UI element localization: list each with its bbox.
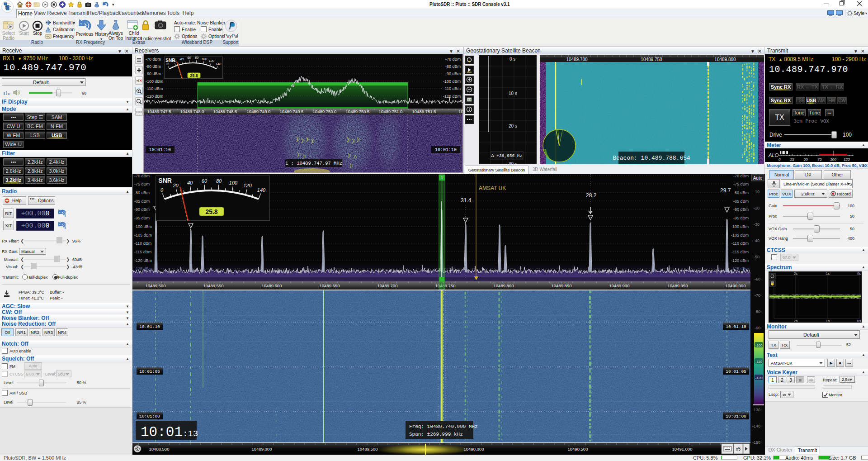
svg-text:40: 40	[180, 57, 184, 61]
svg-text:x5: x5	[736, 447, 741, 451]
svg-text:-90 dBm: -90 dBm	[733, 207, 749, 212]
svg-text:140: 140	[257, 187, 266, 193]
svg-text:25.8: 25.8	[190, 73, 198, 78]
svg-text:10489.700: 10489.700	[377, 283, 398, 288]
svg-text:10489.950: 10489.950	[668, 283, 688, 288]
svg-text:10:01:10: 10:01:10	[149, 147, 171, 152]
svg-text:2s: 2s	[794, 319, 797, 323]
svg-text:-75 dBm: -75 dBm	[733, 182, 749, 186]
svg-text:-110 dBm: -110 dBm	[731, 241, 749, 246]
svg-text:10:01:00: 10:01:00	[726, 414, 746, 419]
svg-text:-70 dBm: -70 dBm	[134, 174, 150, 178]
svg-text:-105 dBm: -105 dBm	[731, 233, 749, 238]
svg-text:-110 dBm: -110 dBm	[146, 86, 163, 91]
svg-text:-110 dBm: -110 dBm	[134, 241, 151, 246]
svg-text:10489.800: 10489.800	[714, 57, 736, 62]
svg-text:10489.748.0: 10489.748.0	[180, 109, 204, 114]
svg-text:-90 dBm: -90 dBm	[146, 71, 161, 76]
svg-text:-120 dBm: -120 dBm	[731, 258, 749, 263]
svg-text:Span: ±269.999 kHz: Span: ±269.999 kHz	[409, 432, 463, 437]
svg-text:40: 40	[187, 180, 193, 185]
svg-text:10:01:00: 10:01:00	[139, 414, 160, 419]
svg-text:-80: -80	[755, 309, 760, 314]
svg-text:10489.751.0: 10489.751.0	[379, 109, 403, 114]
svg-text:-10: -10	[754, 190, 760, 194]
svg-text:-120 dBm: -120 dBm	[443, 94, 461, 99]
svg-text:10490.000: 10490.000	[464, 447, 484, 451]
svg-text:0 s: 0 s	[509, 57, 515, 62]
svg-text:Beacon: 10.489.788.654: Beacon: 10.489.788.654	[613, 155, 690, 162]
svg-text:25.8: 25.8	[205, 208, 217, 215]
svg-text:-100 dBm: -100 dBm	[443, 79, 461, 84]
svg-text:-70 dBm: -70 dBm	[733, 174, 749, 178]
svg-text:-100 dBm: -100 dBm	[134, 224, 152, 229]
svg-text:100: 100	[830, 157, 836, 162]
svg-text:-100: -100	[755, 343, 763, 347]
svg-text:-80 dBm: -80 dBm	[445, 64, 461, 69]
svg-text:60: 60	[202, 178, 208, 184]
svg-text:-120 dBm: -120 dBm	[146, 94, 163, 99]
svg-text:-95 dBm: -95 dBm	[134, 216, 150, 220]
svg-text:-110: -110	[755, 360, 763, 364]
svg-text:10489.75: 10489.75	[458, 109, 462, 114]
svg-text:10489.500: 10489.500	[146, 283, 166, 288]
svg-text:-80 dBm: -80 dBm	[733, 190, 749, 195]
svg-text:10:01:10: 10:01:10	[726, 324, 746, 329]
svg-text:-125 dBm: -125 dBm	[731, 266, 749, 271]
svg-text:-20: -20	[754, 206, 760, 210]
svg-text:0s: 0s	[857, 271, 861, 276]
svg-text:10490.000: 10490.000	[726, 283, 746, 288]
svg-text:75: 75	[818, 157, 822, 162]
svg-text:Auto: Auto	[753, 176, 763, 181]
svg-text:30 s: 30 s	[509, 162, 517, 164]
svg-text:1: 1	[441, 176, 443, 180]
svg-text:10489.750: 10489.750	[435, 283, 456, 288]
svg-text:80: 80	[195, 57, 199, 60]
svg-text:-95 dBm: -95 dBm	[733, 216, 749, 220]
svg-text:AMSAT UK: AMSAT UK	[479, 185, 506, 191]
svg-text:10489.000: 10489.000	[252, 447, 272, 451]
svg-text:10489.747.5: 10489.747.5	[147, 109, 171, 114]
svg-text:10490.500: 10490.500	[568, 447, 588, 451]
svg-text:10489.700: 10489.700	[566, 57, 588, 62]
svg-text:10489.750.0: 10489.750.0	[313, 109, 337, 114]
svg-text:10489.900: 10489.900	[609, 283, 630, 288]
svg-text:0: 0	[160, 187, 164, 193]
svg-text:2s: 2s	[794, 271, 797, 276]
svg-text:10489.650: 10489.650	[320, 283, 340, 288]
svg-text:ALC: ALC	[768, 152, 778, 158]
svg-text:-120: -120	[755, 376, 763, 380]
svg-text:-140: -140	[752, 424, 760, 428]
svg-text:10 s: 10 s	[509, 91, 517, 96]
svg-text:10489.600: 10489.600	[262, 283, 282, 288]
svg-text:-30: -30	[754, 222, 760, 227]
svg-text:29.7: 29.7	[720, 187, 731, 194]
svg-text:-90: -90	[755, 326, 760, 330]
svg-text:10489.751.5: 10489.751.5	[412, 109, 436, 114]
svg-text:10489.749.0: 10489.749.0	[247, 109, 271, 114]
svg-text:100: 100	[201, 57, 207, 61]
svg-text:1s: 1s	[826, 271, 830, 276]
svg-text:0: 0	[778, 157, 781, 162]
svg-text:-150: -150	[752, 440, 760, 445]
svg-text:-90 dBm: -90 dBm	[445, 71, 461, 76]
svg-text:10:01:10: 10:01:10	[435, 147, 457, 152]
svg-text:1 : 10489.747.97 MHz: 1 : 10489.747.97 MHz	[285, 161, 342, 166]
svg-text:10489.550: 10489.550	[203, 283, 224, 288]
svg-text:120: 120	[243, 183, 252, 188]
svg-text:SNR: SNR	[158, 177, 172, 184]
svg-text:10:01:10: 10:01:10	[139, 324, 160, 329]
svg-text:-85 dBm: -85 dBm	[134, 199, 150, 204]
svg-text:-100 dBm: -100 dBm	[146, 79, 163, 84]
svg-text:-120 dBm: -120 dBm	[134, 258, 152, 263]
svg-text:10489.850: 10489.850	[552, 283, 572, 288]
svg-text:0s: 0s	[857, 319, 861, 323]
svg-text:125: 125	[844, 157, 850, 162]
svg-text:-50: -50	[754, 255, 760, 259]
svg-text:-80 dBm: -80 dBm	[146, 64, 161, 69]
svg-text:10489.750.5: 10489.750.5	[346, 109, 370, 114]
svg-text:10491.000: 10491.000	[672, 447, 693, 451]
svg-text:80: 80	[216, 178, 222, 184]
svg-text:50: 50	[804, 157, 808, 162]
svg-text:-130: -130	[752, 408, 760, 412]
